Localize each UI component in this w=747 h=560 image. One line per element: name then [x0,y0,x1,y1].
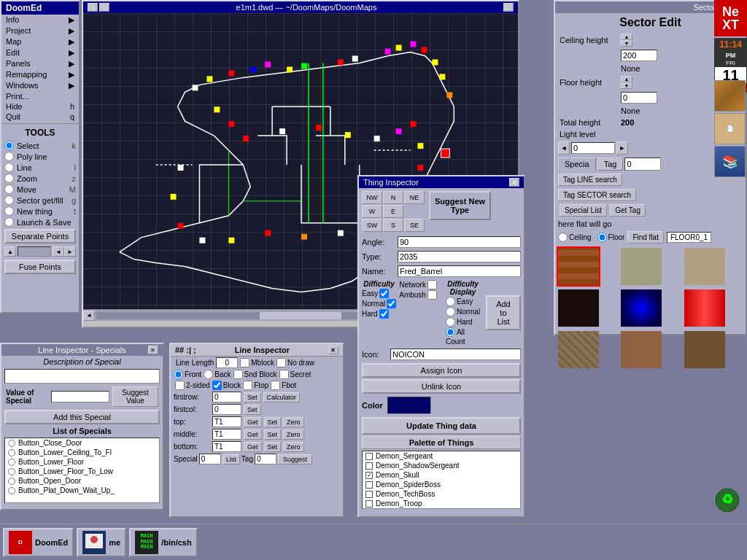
tag-sector-search-btn[interactable]: Tag SECTOR search [558,189,636,201]
li-set-btn[interactable]: Set [244,392,261,402]
get-tag-btn[interactable]: Get Tag [610,204,646,217]
palette-item-6[interactable]: Fred_Barrel [363,508,520,509]
tag-line-search-btn[interactable]: Tag LINE search [558,174,622,186]
texture-cell-1[interactable] [619,246,663,287]
menu-remapping[interactable]: Remapping ▶ [1,69,79,80]
lis-close-btn[interactable]: ✕ [148,346,158,354]
texture-cell-4[interactable] [619,288,663,328]
texture-cell-0[interactable] [557,246,600,287]
separate-points-button[interactable]: Separate Points [4,229,76,244]
right-icon-1[interactable]: 📄 [714,113,746,144]
compass-sw[interactable]: SW [362,219,382,232]
li-calculator-btn[interactable]: Calculator [263,392,301,402]
palette-list[interactable]: Demon_Sergeant Demon_ShadowSergeant ✓ De… [362,451,521,509]
ceiling-value-input[interactable] [621,50,657,61]
li-suggest-btn[interactable]: Suggest [278,454,312,464]
map-min-btn[interactable]: □ [99,3,109,12]
li-tag-input[interactable] [255,454,276,464]
texture-cell-6[interactable] [557,330,600,370]
taskbar-csh[interactable]: MACHMACHMACH /bin/csh [129,528,198,557]
texture-cell-5[interactable] [683,288,727,328]
menu-print[interactable]: Print... [1,91,79,101]
special-item-4[interactable]: Button_Open_Door [5,476,159,486]
li-top-input[interactable] [212,416,241,427]
menu-map[interactable]: Map ▶ [1,36,79,47]
lis-description-input[interactable] [4,369,160,384]
tab-special[interactable]: Specia [558,158,596,171]
normal-checkbox[interactable] [387,299,396,308]
tool-select[interactable]: Select k [1,140,79,151]
tool-new-thing[interactable]: New thing t [1,206,79,217]
floor-radio[interactable]: Floor [597,233,625,242]
palette-item-3[interactable]: Demon_SpiderBoss [363,480,520,489]
scroll-up-arrow[interactable]: ▲ [4,246,16,257]
light-right-arrow[interactable]: ► [616,141,628,155]
tool-line[interactable]: Line l [1,162,79,173]
li-special-input[interactable] [199,454,221,464]
li-top-get-btn[interactable]: Get [244,417,262,427]
li-middle-input[interactable] [212,429,241,440]
ceiling-up-arrow[interactable]: ▲ [621,34,632,40]
texture-cell-3[interactable] [557,288,600,328]
tab-tag[interactable]: Tag [597,158,624,171]
compass-ne[interactable]: NE [404,191,425,204]
taskbar-doomед[interactable]: D DoomEd [3,528,74,557]
special-item-1[interactable]: Button_Lower_Ceiling_To_Fl [5,448,159,457]
special-list-btn[interactable]: Special List [560,204,607,217]
tool-polyline[interactable]: Poly line [1,151,79,162]
scroll-right-arrow[interactable]: ► [64,246,76,257]
unlink-icon-btn[interactable]: Unlink Icon [362,379,521,394]
tag-input[interactable] [624,158,661,171]
ceiling-down-arrow[interactable]: ▼ [621,40,632,47]
network-checkbox[interactable] [427,280,437,289]
tool-zoom[interactable]: Zoom z [1,173,79,184]
palette-item-0[interactable]: Demon_Sergeant [363,451,520,461]
special-item-2[interactable]: Button_Lower_Floor [5,457,159,467]
menu-info[interactable]: Info ▶ [1,15,79,26]
special-item-5[interactable]: Button_Plat_Down_Wait_Up_ [5,486,159,495]
ambush-checkbox[interactable] [427,290,437,300]
compass-nw[interactable]: NW [362,191,382,204]
palette-item-4[interactable]: Demon_TechBoss [363,489,520,499]
menu-edit[interactable]: Edit ▶ [1,47,79,58]
scroll-h-left[interactable]: ◄ [83,311,95,321]
find-flat-btn[interactable]: Find flat [627,231,664,244]
type-input[interactable] [398,251,521,262]
li-firstrow-input[interactable] [212,392,241,402]
tool-move[interactable]: Move M [1,184,79,195]
name-input[interactable] [398,265,521,277]
li-middle-zero-btn[interactable]: Zero [283,429,304,440]
suggest-new-type-btn[interactable]: Suggest New Type [429,191,491,220]
compass-s[interactable]: S [383,219,403,232]
li-middle-set-btn[interactable]: Set [264,429,282,440]
palette-item-5[interactable]: Demon_Troop [363,499,520,508]
thing-inspector-close[interactable]: ✕ [509,178,519,187]
right-icon-0[interactable] [714,80,746,112]
li-firstcol-set-btn[interactable]: Set [244,405,261,415]
icon-display[interactable] [390,349,521,360]
texture-cell-7[interactable] [619,330,663,370]
li-list-btn[interactable]: List [222,454,240,464]
menu-panels[interactable]: Panels ▶ [1,58,79,69]
menu-hide[interactable]: Hide h [1,101,79,112]
floor-up-arrow[interactable]: ▲ [621,76,632,82]
texture-cell-2[interactable] [683,246,727,287]
li-top-zero-btn[interactable]: Zero [283,417,304,427]
li-bottom-get-btn[interactable]: Get [244,442,262,452]
menu-windows[interactable]: Windows ▶ [1,80,79,91]
update-thing-btn[interactable]: Update Thing data [362,417,521,435]
palette-item-1[interactable]: Demon_ShadowSergeant [363,461,520,470]
specials-list[interactable]: Button_Close_Door Button_Lower_Ceiling_T… [4,438,160,503]
map-max-btn[interactable]: □ [503,3,514,12]
compass-center[interactable]: E [383,205,403,218]
li-bottom-input[interactable] [212,441,241,452]
li-bottom-zero-btn[interactable]: Zero [283,442,304,452]
special-item-0[interactable]: Button_Close_Door [5,438,159,448]
li-middle-get-btn[interactable]: Get [244,429,262,440]
light-left-arrow[interactable]: ◄ [558,141,570,155]
lis-value-input[interactable] [51,391,109,402]
li-top-set-btn[interactable]: Set [264,417,282,427]
color-box[interactable] [387,397,431,414]
li-close-btn[interactable]: ✕ [328,346,338,354]
lis-add-btn[interactable]: Add this Special [4,410,160,424]
